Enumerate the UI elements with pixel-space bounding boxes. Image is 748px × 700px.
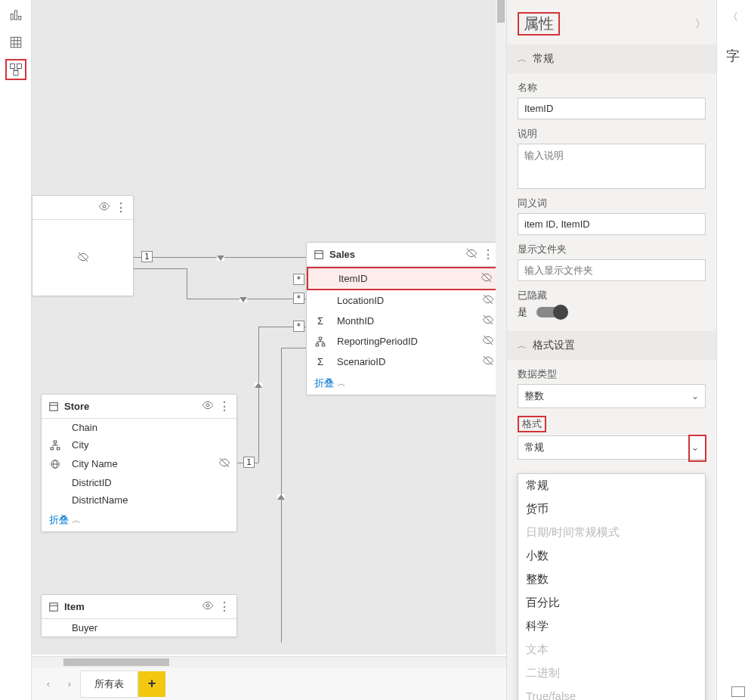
field-cityname[interactable]: City Name [42, 454, 236, 474]
field-districtid[interactable]: DistrictID [42, 474, 236, 491]
svg-rect-0 [11, 14, 13, 20]
more-icon[interactable]: ⋮ [218, 404, 230, 410]
field-itemid[interactable]: ItemID [308, 268, 499, 289]
name-input[interactable] [518, 98, 706, 119]
folder-input[interactable] [518, 259, 706, 281]
cardinality-many: * [293, 274, 304, 285]
field-buyer[interactable]: Buyer [42, 619, 236, 637]
svg-point-44 [206, 604, 209, 607]
visibility-icon[interactable] [202, 599, 214, 614]
table-card-store[interactable]: Store ⋮ Chain City City Name DistrictID … [41, 394, 237, 532]
field-locationid[interactable]: LocationID [307, 290, 500, 311]
svg-rect-15 [315, 250, 323, 259]
section-format[interactable]: ︿格式设置 [507, 331, 716, 360]
more-icon[interactable]: ⋮ [218, 604, 230, 610]
hidden-icon [482, 334, 494, 348]
tab-all-tables[interactable]: 所有表 [80, 671, 138, 698]
expand-fields-icon[interactable]: 〈 [728, 11, 738, 24]
svg-rect-35 [57, 447, 60, 449]
view-switcher-rail [0, 0, 32, 700]
format-option[interactable]: 百分比 [518, 591, 705, 615]
field-districtname[interactable]: DistrictName [42, 491, 236, 509]
format-label: 格式 [518, 416, 706, 432]
horizontal-scrollbar[interactable] [32, 657, 506, 667]
hierarchy-icon [48, 440, 63, 451]
more-icon[interactable]: ⋮ [482, 252, 494, 258]
format-select[interactable]: 常规 ⌄ [518, 435, 706, 460]
format-option[interactable]: 小数 [518, 544, 705, 568]
desc-label: 说明 [518, 127, 706, 141]
table-title: Item [64, 601, 197, 612]
svg-rect-9 [17, 64, 21, 69]
visibility-icon[interactable] [98, 200, 110, 215]
name-label: 名称 [518, 81, 706, 94]
fields-rail: 〈 字 [716, 0, 748, 700]
chevron-down-icon: ⌄ [691, 442, 699, 453]
table-card-sales[interactable]: Sales ⋮ ItemID LocationID Σ MonthID Repo… [306, 242, 501, 395]
table-icon [313, 249, 325, 260]
field-scenarioid[interactable]: Σ ScenarioID [307, 352, 500, 372]
fit-to-screen-icon[interactable] [731, 686, 745, 697]
tab-prev-button[interactable]: ‹ [38, 674, 59, 695]
hidden-icon [482, 314, 494, 328]
format-option: True/false [518, 685, 705, 700]
svg-rect-2 [18, 17, 20, 20]
panel-title: 属性 [518, 12, 560, 36]
table-title: Sales [329, 249, 461, 260]
svg-rect-23 [322, 343, 325, 345]
hidden-toggle[interactable] [536, 307, 567, 317]
desc-input[interactable] [518, 144, 706, 189]
datatype-select[interactable]: 整数 ⌄ [518, 384, 706, 408]
table-card-item[interactable]: Item ⋮ Buyer [41, 594, 237, 637]
cardinality-many: * [293, 293, 304, 304]
chevron-down-icon: ⌄ [691, 391, 699, 401]
more-icon[interactable]: ⋮ [115, 205, 127, 211]
hidden-field-icon [77, 251, 89, 265]
synonym-label: 同义词 [518, 197, 706, 210]
collapse-link[interactable]: 折叠 ︿ [42, 509, 236, 531]
collapse-panel-icon[interactable]: 〉 [695, 17, 706, 31]
field-city[interactable]: City [42, 436, 236, 454]
section-general[interactable]: ︿常规 [507, 45, 716, 73]
hidden-icon [481, 271, 493, 286]
table-card-partial[interactable]: ⋮ [32, 195, 134, 296]
hidden-icon [482, 355, 494, 369]
report-view-button[interactable] [5, 5, 26, 26]
svg-point-13 [103, 205, 106, 208]
format-option[interactable]: 货币 [518, 497, 705, 521]
model-view-button[interactable] [5, 59, 26, 80]
data-view-button[interactable] [5, 32, 26, 53]
sigma-icon: Σ [313, 356, 328, 367]
vertical-scrollbar[interactable] [496, 0, 506, 655]
field-reportingperiodid[interactable]: ReportingPeriodID [307, 331, 500, 352]
hidden-value: 是 [518, 305, 527, 319]
svg-point-32 [206, 404, 209, 407]
hidden-label: 已隐藏 [518, 289, 706, 302]
datatype-label: 数据类型 [518, 367, 706, 381]
hidden-icon [218, 457, 230, 471]
model-canvas[interactable]: 1 * * 1 * ⋮ Sales ⋮ ItemID [32, 0, 506, 655]
globe-icon [48, 459, 63, 469]
collapse-link[interactable]: 折叠 ︿ [307, 372, 500, 395]
format-option[interactable]: 常规 [518, 474, 705, 497]
svg-rect-22 [316, 343, 319, 345]
field-monthid[interactable]: Σ MonthID [307, 311, 500, 331]
hidden-icon[interactable] [465, 247, 478, 262]
format-option[interactable]: 科学 [518, 615, 705, 638]
format-dropdown: 常规货币日期/时间常规模式小数整数百分比科学文本二进制True/false [518, 473, 706, 700]
cardinality-many: * [293, 321, 304, 332]
hidden-icon [482, 293, 494, 308]
visibility-icon[interactable] [202, 399, 214, 413]
format-option: 日期/时间常规模式 [518, 521, 705, 544]
tab-next-button[interactable]: › [59, 674, 80, 695]
svg-rect-21 [319, 337, 322, 339]
table-icon [48, 602, 60, 612]
synonym-input[interactable] [518, 213, 706, 235]
svg-rect-10 [14, 71, 18, 76]
add-tab-button[interactable]: + [138, 671, 165, 697]
fields-label: 字 [726, 47, 740, 65]
properties-panel: 属性 〉 ︿常规 名称 说明 同义词 显示文件夹 已隐藏 是 [506, 0, 716, 700]
format-option[interactable]: 整数 [518, 568, 705, 591]
field-chain[interactable]: Chain [42, 419, 236, 436]
cardinality-one: 1 [141, 251, 153, 262]
